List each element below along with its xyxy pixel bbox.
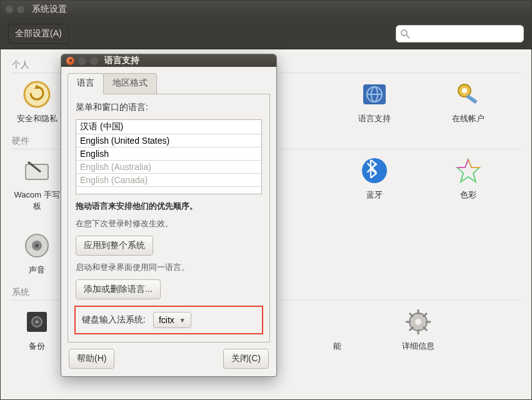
language-support-dialog: ✕ 语言支持 语言 地区格式 菜单和窗口的语言: 汉语 (中国) English… [61,54,277,377]
minimize-icon[interactable] [78,57,86,65]
all-settings-button[interactable]: 全部设置(A) [8,24,69,44]
help-button[interactable]: 帮助(H) [69,349,114,369]
item-label: 在线帐户 [452,113,484,124]
language-list[interactable]: 汉语 (中国) English (United States) English … [76,119,262,194]
item-online-accounts[interactable]: 在线帐户 [443,79,493,124]
svg-line-1 [407,35,410,38]
item-wacom[interactable]: Wacom 手写板 [12,156,62,212]
add-remove-lang-button[interactable]: 添加或删除语言... [76,279,161,299]
bluetooth-icon [359,156,389,186]
dialog-title: 语言支持 [104,55,139,66]
tab-language[interactable]: 语言 [68,73,104,94]
login-hint: 在您下次登录时修改生效。 [76,218,262,229]
item-label: 能 [333,341,341,352]
list-item[interactable]: English (Australia) [76,161,261,174]
close-icon[interactable] [6,6,13,13]
ime-dropdown[interactable]: fcitx ▼ [153,312,191,328]
main-title: 系统设置 [32,4,67,15]
users-icon [22,396,52,399]
item-language-support[interactable]: 语言支持 [349,79,399,124]
svg-line-29 [423,327,427,331]
svg-rect-10 [466,94,478,104]
search-input[interactable] [396,25,524,42]
svg-point-23 [415,319,421,325]
list-item[interactable]: English [76,148,261,161]
main-window-controls [6,6,24,13]
close-icon[interactable]: ✕ [66,57,74,65]
svg-line-31 [423,313,427,317]
ime-value: fcitx [159,315,174,325]
dialog-actions: 帮助(H) 关闭(C) [61,342,276,376]
item-label: 详细信息 [402,341,434,352]
item-label: 蓝牙 [366,189,383,201]
color-icon [453,156,483,186]
ime-row-highlight: 键盘输入法系统: fcitx ▼ [74,306,263,334]
svg-point-21 [36,321,38,323]
item-users[interactable]: 用户账户 [12,396,62,399]
globe-icon [359,79,389,109]
svg-point-9 [462,88,467,93]
item-energy[interactable]: 能 [324,307,349,352]
list-item[interactable]: English (Canada) [76,174,261,187]
item-label: 声音 [29,264,45,276]
item-details[interactable]: 详细信息 [393,307,443,352]
close-button[interactable]: 关闭(C) [223,349,269,369]
svg-point-16 [35,244,39,248]
minimize-icon[interactable] [17,6,24,13]
svg-point-0 [401,30,407,36]
item-color[interactable]: 色彩 [443,156,493,212]
item-security[interactable]: 安全和隐私 [12,79,62,124]
dialog-window-controls: ✕ [66,57,98,65]
search-icon [400,29,410,39]
dialog-titlebar[interactable]: ✕ 语言支持 [61,54,276,67]
svg-rect-11 [26,164,48,179]
tab-region[interactable]: 地区格式 [103,73,157,94]
menu-lang-label: 菜单和窗口的语言: [76,102,262,113]
item-backup[interactable]: 备份 [12,307,62,352]
maximize-icon[interactable] [90,57,98,65]
safe-icon [22,307,52,337]
speaker-icon [22,231,52,261]
gear-icon [403,307,433,337]
list-item[interactable]: 汉语 (中国) [76,120,261,134]
item-label: 安全和隐私 [17,113,58,124]
dialog-tabs: 语言 地区格式 [68,73,270,94]
main-toolbar: 全部设置(A) [1,18,531,49]
item-label: 备份 [29,341,45,352]
ime-label: 键盘输入法系统: [82,314,146,326]
svg-line-30 [409,327,413,331]
svg-line-28 [409,313,413,317]
item-label: 色彩 [460,189,476,201]
tablet-icon [22,156,52,186]
item-label: Wacom 手写板 [12,189,62,212]
drag-hint: 拖动语言来安排他们的优先顺序。 [76,201,262,212]
item-sound[interactable]: 声音 [12,231,62,276]
item-label: 语言支持 [358,113,391,124]
chevron-down-icon: ▼ [179,317,186,324]
tab-panel-language: 菜单和窗口的语言: 汉语 (中国) English (United States… [68,94,270,342]
list-item[interactable]: English (United States) [76,134,261,148]
keys-icon [453,79,483,109]
search-wrap [396,25,524,42]
main-titlebar: 系统设置 [1,1,531,18]
apply-system-button[interactable]: 应用到整个系统 [76,236,153,256]
shield-icon [22,79,52,109]
apply-hint: 启动和登录界面使用同一语言。 [76,262,262,273]
item-bluetooth[interactable]: 蓝牙 [349,156,399,212]
